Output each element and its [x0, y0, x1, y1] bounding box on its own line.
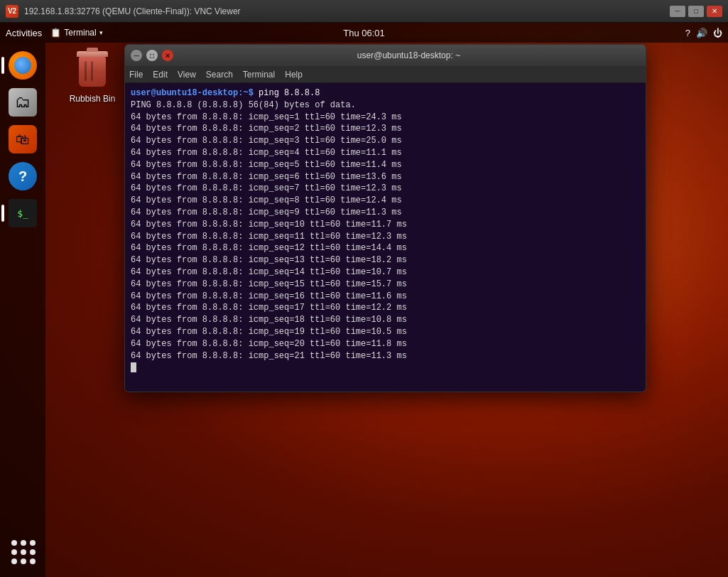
left-dock: 🗂 🛍 ? $_ — [0, 43, 45, 577]
volume-icon[interactable]: 🔊 — [696, 28, 707, 38]
terminal-output-line: 64 bytes from 8.8.8.8: icmp_seq=18 ttl=6… — [131, 314, 640, 326]
terminal-output-line: 64 bytes from 8.8.8.8: icmp_seq=7 ttl=60… — [131, 183, 640, 195]
terminal-output-line: 64 bytes from 8.8.8.8: icmp_seq=1 ttl=60… — [131, 112, 640, 124]
activities-button[interactable]: Activities — [6, 28, 42, 38]
terminal-command: ping 8.8.8.8 — [254, 88, 320, 98]
terminal-output-line: 64 bytes from 8.8.8.8: icmp_seq=20 ttl=6… — [131, 338, 640, 350]
terminal-output-line: 64 bytes from 8.8.8.8: icmp_seq=3 ttl=60… — [131, 135, 640, 147]
terminal-output-line: 64 bytes from 8.8.8.8: icmp_seq=11 ttl=6… — [131, 231, 640, 243]
files-icon: 🗂 — [9, 88, 37, 117]
firefox-icon — [9, 51, 37, 80]
terminal-output-line: 64 bytes from 8.8.8.8: icmp_seq=12 ttl=6… — [131, 242, 640, 254]
bin-body — [79, 57, 106, 87]
rubbish-bin-graphic — [75, 51, 109, 91]
vnc-titlebar: V2 192.168.1.83:32776 (QEMU (Cliente-Fin… — [0, 0, 728, 23]
terminal-output-line: 64 bytes from 8.8.8.8: icmp_seq=17 ttl=6… — [131, 302, 640, 314]
rubbish-bin-icon[interactable]: Rubbish Bin — [64, 51, 121, 104]
vnc-minimize-button[interactable]: ─ — [670, 6, 685, 17]
dock-item-firefox[interactable] — [6, 48, 40, 82]
terminal-menu-icon: 📋 — [50, 28, 61, 38]
rubbish-bin-label: Rubbish Bin — [70, 94, 116, 104]
terminal-output-line: 64 bytes from 8.8.8.8: icmp_seq=19 ttl=6… — [131, 326, 640, 338]
bin-lid — [77, 51, 108, 57]
power-icon[interactable]: ⏻ — [713, 28, 722, 38]
terminal-output-line: 64 bytes from 8.8.8.8: icmp_seq=8 ttl=60… — [131, 195, 640, 207]
system-tray: ? 🔊 ⏻ — [685, 28, 722, 38]
terminal-output: user@ubuntu18-desktop:~$ ping 8.8.8.8PIN… — [131, 87, 640, 362]
terminal-close-button[interactable]: ✕ — [162, 50, 173, 61]
terminal-menubar: File Edit View Search Terminal Help — [125, 66, 646, 83]
dock-item-software[interactable]: 🛍 — [6, 122, 40, 156]
terminal-dock-icon: $_ — [9, 199, 37, 227]
clock: Thu 06:01 — [343, 28, 385, 38]
terminal-window[interactable]: ─ □ ✕ user@ubuntu18-desktop: ~ File Edit… — [124, 44, 646, 392]
help-icon: ? — [9, 162, 37, 190]
menu-search[interactable]: Search — [206, 70, 233, 80]
menu-view[interactable]: View — [178, 70, 196, 80]
terminal-output-line: 64 bytes from 8.8.8.8: icmp_seq=16 ttl=6… — [131, 291, 640, 303]
terminal-title: user@ubuntu18-desktop: ~ — [178, 50, 640, 60]
menu-help[interactable]: Help — [285, 70, 303, 80]
terminal-content[interactable]: user@ubuntu18-desktop:~$ ping 8.8.8.8PIN… — [125, 83, 646, 392]
terminal-output-line: 64 bytes from 8.8.8.8: icmp_seq=4 ttl=60… — [131, 147, 640, 159]
terminal-titlebar: ─ □ ✕ user@ubuntu18-desktop: ~ — [125, 45, 646, 66]
terminal-cursor — [131, 362, 136, 372]
terminal-maximize-button[interactable]: □ — [146, 50, 158, 61]
ubuntu-desktop: Activities 📋 Terminal ▾ Thu 06:01 ? 🔊 ⏻ … — [0, 23, 728, 577]
dock-item-apps[interactable] — [6, 534, 40, 568]
terminal-output-line: 64 bytes from 8.8.8.8: icmp_seq=21 ttl=6… — [131, 350, 640, 362]
terminal-output-line: PING 8.8.8.8 (8.8.8.8) 56(84) bytes of d… — [131, 99, 640, 112]
software-icon: 🛍 — [9, 125, 37, 153]
app-menu-label: Terminal — [64, 28, 96, 38]
vnc-close-button[interactable]: ✕ — [707, 6, 722, 17]
vnc-maximize-button[interactable]: □ — [688, 6, 704, 17]
terminal-prompt: user@ubuntu18-desktop:~$ — [131, 88, 254, 98]
menu-terminal[interactable]: Terminal — [243, 70, 275, 80]
terminal-output-line: 64 bytes from 8.8.8.8: icmp_seq=6 ttl=60… — [131, 171, 640, 183]
app-menu[interactable]: 📋 Terminal ▾ — [50, 28, 102, 38]
terminal-output-line: 64 bytes from 8.8.8.8: icmp_seq=10 ttl=6… — [131, 219, 640, 231]
vnc-app-icon: V2 — [6, 5, 18, 18]
terminal-output-line: 64 bytes from 8.8.8.8: icmp_seq=13 ttl=6… — [131, 254, 640, 266]
terminal-output-line: 64 bytes from 8.8.8.8: icmp_seq=15 ttl=6… — [131, 279, 640, 291]
terminal-output-line: 64 bytes from 8.8.8.8: icmp_seq=2 ttl=60… — [131, 123, 640, 135]
dock-item-help[interactable]: ? — [6, 159, 40, 193]
ubuntu-top-panel: Activities 📋 Terminal ▾ Thu 06:01 ? 🔊 ⏻ — [0, 23, 728, 43]
menu-edit[interactable]: Edit — [153, 70, 168, 80]
terminal-output-line: 64 bytes from 8.8.8.8: icmp_seq=9 ttl=60… — [131, 207, 640, 219]
help-tray-icon[interactable]: ? — [685, 28, 690, 38]
vnc-window-controls: ─ □ ✕ — [670, 6, 722, 17]
terminal-output-line: 64 bytes from 8.8.8.8: icmp_seq=14 ttl=6… — [131, 266, 640, 279]
vnc-title: 192.168.1.83:32776 (QEMU (Cliente-Final)… — [24, 6, 664, 16]
terminal-output-line: 64 bytes from 8.8.8.8: icmp_seq=5 ttl=60… — [131, 159, 640, 171]
menu-file[interactable]: File — [129, 70, 143, 80]
apps-grid-icon — [9, 537, 37, 566]
terminal-cursor-line — [131, 362, 640, 374]
dock-item-files[interactable]: 🗂 — [6, 85, 40, 119]
dock-item-terminal[interactable]: $_ — [6, 196, 40, 230]
app-menu-arrow: ▾ — [99, 29, 103, 36]
terminal-minimize-button[interactable]: ─ — [131, 50, 142, 61]
